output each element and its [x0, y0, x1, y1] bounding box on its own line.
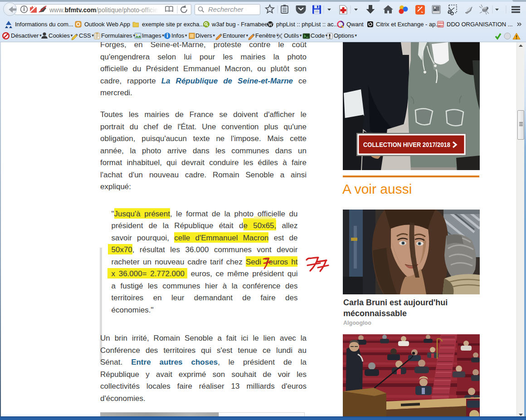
svg-text:COLLECTION HIVER 2017/2018: COLLECTION HIVER 2017/2018 [363, 141, 450, 148]
svg-text:Rechercher: Rechercher [208, 5, 244, 13]
